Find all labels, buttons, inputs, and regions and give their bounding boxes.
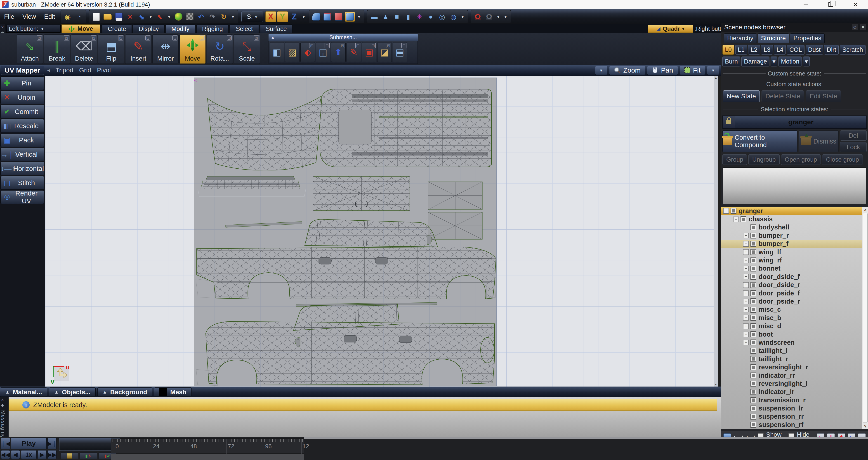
keyframe-add-button[interactable]: ▮✳ [80, 453, 97, 459]
minimize-button[interactable]: ─ [794, 0, 818, 9]
open-file-icon[interactable] [103, 12, 113, 22]
tree-expand-icon[interactable]: + [743, 332, 749, 337]
messaging-pin-icon[interactable]: ⊕ [0, 403, 5, 408]
step-forward-button[interactable]: ▶ [37, 450, 46, 459]
export-icon[interactable]: ⬉ [155, 12, 165, 22]
mode-dropdown-icon[interactable]: ▾ [356, 12, 362, 22]
lod-l1-button[interactable]: L1 [735, 45, 747, 55]
tree-row[interactable]: +boot [721, 330, 868, 338]
tree-row[interactable]: suspension_rf [721, 421, 868, 429]
import-dropdown-icon[interactable]: ▾ [148, 12, 154, 22]
tree-expand-icon[interactable]: − [733, 217, 739, 222]
bottom-tab-background[interactable]: ▲Background [97, 388, 152, 397]
uv-pin-button[interactable]: ✚Pin [0, 76, 44, 90]
submesh-brush-icon[interactable]: ▨ [285, 42, 300, 62]
uv-unpin-button[interactable]: ✕Unpin [0, 91, 44, 104]
tree-expand-icon[interactable]: + [743, 324, 749, 329]
tree-row[interactable]: +door_dside_r [721, 281, 868, 289]
restore-button[interactable] [818, 0, 843, 9]
tab-create[interactable]: Create [102, 24, 132, 33]
state-damage-button[interactable]: Damage [741, 57, 770, 66]
tree-row[interactable]: −chassis [721, 215, 868, 223]
uv-vertical-button[interactable]: →❘←Vertical [0, 148, 44, 161]
selection-lock-button[interactable] [722, 116, 735, 129]
tree-row[interactable]: +misc_c [721, 306, 868, 314]
primitive-dropdown-icon[interactable]: ▾ [460, 12, 466, 22]
timeline-ruler[interactable]: 02448729612 [111, 438, 304, 454]
faces-mode-icon[interactable] [334, 12, 344, 22]
group-opengroup-button[interactable]: Open group [781, 154, 821, 165]
ribbon-attach-button[interactable]: ◳⇘Attach [17, 34, 43, 64]
bottom-tab-mesh[interactable]: Mesh [154, 388, 192, 397]
scroll-down-icon[interactable]: ▼ [714, 382, 718, 387]
expand-corner-icon[interactable]: ◳ [324, 43, 330, 48]
fast-forward-button[interactable]: ▶▶ [48, 450, 57, 459]
save-file-icon[interactable] [114, 12, 124, 22]
panel-pin-icon[interactable]: ⊕ [852, 24, 858, 30]
expand-corner-icon[interactable]: ◳ [355, 43, 360, 48]
tree-expand-icon[interactable]: + [743, 233, 749, 238]
tab-display[interactable]: Display [133, 24, 164, 33]
bottom-tab-objects[interactable]: ▲Objects... [49, 388, 96, 397]
edit-state-button[interactable]: Edit State [806, 90, 841, 102]
submesh-solid-icon[interactable]: ◧ [270, 42, 284, 62]
lod-dust-button[interactable]: Dust [806, 45, 823, 55]
ribbon-delete-button[interactable]: ◳⌫Delete [71, 34, 97, 64]
submesh-extrude-icon[interactable]: ⬆◳ [331, 42, 346, 62]
objects-mode-icon[interactable] [345, 12, 355, 22]
last-frame-button[interactable]: ▶❘ [48, 438, 57, 449]
delete-state-button[interactable]: Delete State [762, 90, 804, 102]
tree-row[interactable]: +bonnet [721, 265, 868, 273]
bottom-tab-material[interactable]: ▲Material... [0, 388, 47, 397]
scroll-up-icon[interactable]: ▲ [714, 76, 718, 80]
menu-view[interactable]: View [18, 13, 40, 20]
state-damage-dropdown-icon[interactable]: ▾ [771, 57, 777, 66]
tree-row[interactable]: transmission_r [721, 396, 868, 404]
collapse-icon[interactable]: ▲ [271, 35, 275, 40]
expand-corner-icon[interactable]: ◳ [173, 35, 178, 40]
expand-corner-icon[interactable]: ◳ [37, 35, 42, 40]
expand-corner-icon[interactable]: ◳ [91, 35, 96, 40]
export-dropdown-icon[interactable]: ▾ [166, 12, 172, 22]
tab-surface[interactable]: Surface [260, 24, 292, 33]
axis-dropdown-icon[interactable]: ▾ [301, 12, 307, 22]
snap-dropdown-icon[interactable]: ▾ [495, 12, 501, 22]
tree-row[interactable]: taillight_r [721, 355, 868, 363]
expand-corner-icon[interactable]: ◳ [309, 43, 314, 48]
tree-row[interactable]: +wing_rf [721, 256, 868, 264]
expand-corner-icon[interactable]: ◳ [145, 35, 150, 40]
expand-corner-icon[interactable]: ◳ [386, 43, 391, 48]
expand-corner-icon[interactable]: ◳ [340, 43, 345, 48]
axis-y-button[interactable]: Y [277, 11, 288, 22]
tree-row[interactable]: indicator_lr [721, 388, 868, 396]
tree-expand-icon[interactable]: + [743, 274, 749, 279]
undo-icon[interactable]: ↶ [196, 12, 206, 22]
import-icon[interactable]: ⬊ [136, 12, 147, 22]
tree-row[interactable]: taillight_l [721, 347, 868, 355]
uv-commit-button[interactable]: ✔Commit [0, 105, 44, 118]
tree-scrollbar[interactable]: ∧ ∨ [862, 207, 868, 429]
lod-l4-button[interactable]: L4 [774, 45, 786, 55]
tree-row[interactable]: suspension_rr [721, 412, 868, 421]
panel-close-icon[interactable]: ✕ [860, 24, 866, 30]
tree-row[interactable]: suspension_lr [721, 404, 868, 412]
tab-modify[interactable]: Modify [166, 24, 195, 33]
lock-button[interactable]: Lock [840, 142, 867, 152]
tree-row[interactable]: indicator_rr [721, 371, 868, 379]
keyframe-record-button[interactable] [61, 453, 78, 459]
ribbon-insert-button[interactable]: ◳✎Insert [125, 34, 151, 64]
axis-z-button[interactable]: Z [289, 11, 300, 22]
zoom-button[interactable]: Zoom [609, 66, 646, 75]
texture-icon[interactable] [185, 12, 195, 22]
tree-expand-icon[interactable]: + [743, 307, 749, 312]
lod-scratch-button[interactable]: Scratch [840, 45, 866, 55]
ribbon-break-button[interactable]: ◳∥Break [44, 34, 70, 64]
state-motion-button[interactable]: Motion [778, 57, 802, 66]
ribbon-scale-button[interactable]: ◳⤡Scale [234, 34, 260, 64]
uv-pack-button[interactable]: ▣Pack [0, 133, 44, 147]
collapse-left-icon[interactable]: ◂ [47, 67, 50, 73]
snap-on-icon[interactable]: Ω [473, 12, 483, 22]
submesh-pen-icon[interactable]: ✎◳ [346, 42, 361, 62]
tree-row[interactable]: +wing_lf [721, 248, 868, 256]
view-options-icon[interactable]: ◉ [63, 12, 73, 22]
